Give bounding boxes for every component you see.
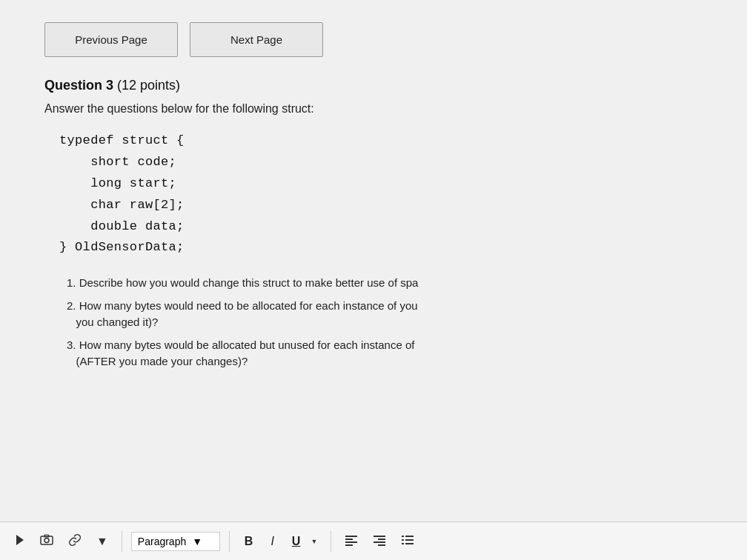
svg-rect-10 [378, 544, 385, 546]
question-number: Question 3 [44, 78, 113, 93]
separator-1 [122, 531, 122, 552]
camera-icon [40, 533, 53, 550]
main-content: Previous Page Next Page Question 3 (12 p… [0, 0, 747, 521]
paragraph-chevron-icon: ▼ [192, 536, 202, 547]
snapshot-button[interactable] [36, 530, 58, 553]
bold-button[interactable]: B [239, 532, 259, 551]
list-icon [401, 534, 414, 549]
svg-rect-6 [345, 544, 353, 546]
svg-rect-0 [41, 536, 53, 544]
chevron-down-icon: ▼ [96, 535, 108, 548]
svg-rect-11 [402, 536, 404, 537]
underline-dropdown-button[interactable]: ▼ [306, 535, 322, 548]
svg-rect-16 [405, 543, 414, 544]
prev-page-button[interactable]: Previous Page [44, 22, 178, 57]
align-right-button[interactable] [368, 531, 391, 552]
play-button[interactable] [12, 532, 30, 551]
code-block: typedef struct { short code; long start;… [59, 130, 703, 259]
link-button[interactable] [64, 530, 86, 553]
question-points: (12 points) [117, 78, 180, 93]
list-button[interactable] [396, 531, 419, 552]
svg-rect-14 [405, 539, 414, 541]
underline-chevron-icon: ▼ [311, 538, 317, 545]
separator-2 [229, 531, 230, 552]
list-item: 2. How many bytes would need to be alloc… [67, 298, 703, 331]
underline-button[interactable]: U [286, 532, 307, 551]
svg-rect-12 [405, 536, 414, 537]
svg-rect-5 [345, 541, 357, 543]
align-right-icon [373, 534, 386, 549]
next-page-button[interactable]: Next Page [190, 22, 323, 57]
align-left-icon [345, 534, 358, 549]
italic-label: I [270, 535, 273, 548]
nav-buttons: Previous Page Next Page [44, 22, 703, 57]
paragraph-dropdown[interactable]: Paragraph ▼ [131, 532, 220, 551]
separator-3 [331, 531, 331, 552]
svg-rect-15 [402, 543, 404, 544]
italic-button[interactable]: I [265, 532, 279, 551]
svg-rect-9 [374, 541, 385, 543]
question-title: Question 3 (12 points) [44, 78, 703, 93]
play-icon [16, 535, 25, 548]
bold-label: B [245, 535, 253, 548]
align-left-button[interactable] [340, 531, 362, 552]
svg-rect-13 [402, 539, 404, 541]
svg-rect-7 [374, 536, 385, 537]
dropdown-arrow-button[interactable]: ▼ [92, 532, 113, 551]
editor-toolbar: ▼ Paragraph ▼ B I U ▼ [0, 521, 747, 560]
list-item: 1. Describe how you would change this st… [67, 275, 703, 292]
svg-point-1 [44, 538, 49, 542]
svg-rect-4 [345, 539, 353, 540]
underline-group: U ▼ [286, 532, 322, 551]
link-icon [68, 533, 82, 550]
list-item: 3. How many bytes would be allocated but… [67, 337, 703, 370]
underline-label: U [292, 535, 301, 548]
svg-rect-8 [378, 539, 385, 540]
question-instruction: Answer the questions below for the follo… [44, 102, 703, 116]
paragraph-label: Paragraph [138, 536, 186, 547]
svg-rect-3 [345, 536, 357, 537]
questions-list: 1. Describe how you would change this st… [67, 275, 703, 370]
